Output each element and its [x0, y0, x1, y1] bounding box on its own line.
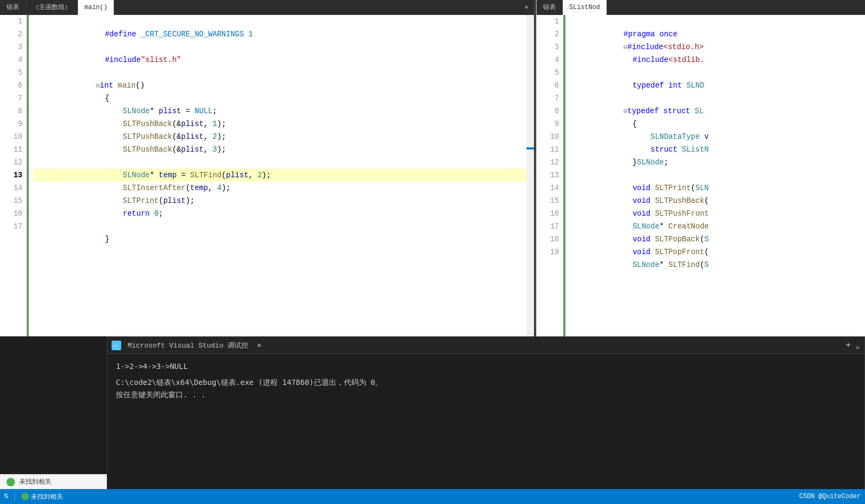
line-num-12: 12: [0, 156, 22, 169]
r-line-num-10: 10: [537, 130, 559, 143]
left-scrollbar[interactable]: [526, 15, 534, 336]
terminal-output-2: C:\code2\链表\x64\Debug\链表.exe (进程 147860)…: [116, 376, 856, 388]
r-line-num-19: 19: [537, 246, 559, 258]
right-code-content[interactable]: #pragma once ⊟#include<stdio.h> #include…: [565, 15, 865, 336]
terminal-icon: >_: [112, 341, 121, 350]
r-line-num-3: 3: [537, 41, 559, 53]
r-line-num-5: 5: [537, 66, 559, 79]
code-line-17: }: [33, 220, 526, 233]
editor-container: 链表 （主函数组） main() ▾ 1 2 3 4 5 6 7: [0, 0, 865, 336]
left-sidebar-bottom: [0, 336, 107, 489]
status-percent: %: [4, 493, 8, 500]
status-icon: [6, 478, 15, 486]
r-code-line-1: #pragma once: [570, 15, 865, 28]
r-line-num-15: 15: [537, 194, 559, 207]
line-num-13: 13: [0, 169, 22, 182]
tab-right-1[interactable]: 链表: [537, 0, 563, 15]
r-line-num-12: 12: [537, 156, 559, 169]
line-num-5: 5: [0, 66, 22, 79]
status-divider: [14, 493, 15, 500]
r-line-num-9: 9: [537, 117, 559, 130]
status-bar: % 未找到相关 CSDN @QuiteCoder: [0, 489, 865, 504]
terminal-tab-bar: >_ Microsoft Visual Studio 调试控 ✕ + ⌄: [107, 337, 864, 354]
line-num-8: 8: [0, 105, 22, 117]
r-line-num-4: 4: [537, 53, 559, 66]
line-num-7: 7: [0, 92, 22, 105]
right-code-area: 1 2 3 4 5 6 7 8 9 10 11 12 13 14 15 16 1: [537, 15, 865, 336]
status-indicator: 未找到相关: [21, 492, 63, 501]
r-line-num-11: 11: [537, 143, 559, 156]
line-numbers: 1 2 3 4 5 6 7 8 9 10 11 12 13 14 15 16 1: [0, 15, 27, 336]
line-num-14: 14: [0, 182, 22, 194]
line-num-10: 10: [0, 130, 22, 143]
tab-left-3[interactable]: main(): [78, 0, 114, 15]
r-line-num-14: 14: [537, 182, 559, 194]
terminal-actions: + ⌄: [846, 340, 860, 351]
r-line-num-2: 2: [537, 28, 559, 41]
terminal-close-button[interactable]: ✕: [255, 341, 263, 350]
r-line-num-1: 1: [537, 15, 559, 28]
tab-left-1[interactable]: 链表: [0, 0, 26, 15]
terminal-add-button[interactable]: +: [846, 341, 851, 350]
line-num-17: 17: [0, 220, 22, 233]
left-editor-pane: 链表 （主函数组） main() ▾ 1 2 3 4 5 6 7: [0, 0, 534, 336]
code-line-3: #include"slist.h": [33, 41, 526, 53]
line-num-1: 1: [0, 15, 22, 28]
terminal-output-1: 1->2->4->3->NULL: [116, 360, 856, 372]
pane-menu-button[interactable]: ▾: [519, 0, 534, 15]
svg-text:>_: >_: [114, 343, 120, 349]
r-line-num-18: 18: [537, 233, 559, 246]
r-line-num-6: 6: [537, 79, 559, 92]
line-num-11: 11: [0, 143, 22, 156]
tab-left-2[interactable]: （主函数组）: [26, 0, 78, 15]
left-code-area: 1 2 3 4 5 6 7 8 9 10 11 12 13 14 15 16 1: [0, 15, 534, 336]
code-line-5: ⊟int main(): [33, 66, 526, 79]
watermark: CSDN @QuiteCoder: [799, 493, 861, 500]
right-editor-pane: 链表 SListNod 1 2 3 4 5 6 7 8 9 10 11: [536, 0, 865, 336]
line-num-16: 16: [0, 207, 22, 220]
terminal-dropdown-button[interactable]: ⌄: [855, 340, 860, 351]
r-line-num-13: 13: [537, 169, 559, 182]
status-green-dot: [21, 493, 29, 500]
code-line-1: #define _CRT_SECURE_NO_WARNINGS 1: [33, 15, 526, 28]
right-tab-bar: 链表 SListNod: [537, 0, 865, 15]
r-line-num-16: 16: [537, 207, 559, 220]
line-num-2: 2: [0, 28, 22, 41]
terminal-tab-label: Microsoft Visual Studio 调试控: [123, 341, 253, 350]
line-num-15: 15: [0, 194, 22, 207]
status-right: CSDN @QuiteCoder: [799, 493, 861, 500]
terminal-output-3: 按任意键关闭此窗口. . .: [116, 389, 856, 400]
r-line-num-7: 7: [537, 92, 559, 105]
right-line-numbers: 1 2 3 4 5 6 7 8 9 10 11 12 13 14 15 16 1: [537, 15, 563, 336]
r-line-num-17: 17: [537, 220, 559, 233]
line-num-4: 4: [0, 53, 22, 66]
terminal-content: 1->2->4->3->NULL C:\code2\链表\x64\Debug\链…: [107, 354, 864, 503]
line-num-9: 9: [0, 117, 22, 130]
line-num-3: 3: [0, 41, 22, 53]
left-tab-bar: 链表 （主函数组） main() ▾: [0, 0, 534, 15]
status-text: 未找到相关: [19, 477, 51, 486]
code-line-12: SLNode* temp = SLTFind(plist, 2);: [33, 156, 526, 169]
code-content[interactable]: #define _CRT_SECURE_NO_WARNINGS 1 #inclu…: [29, 15, 526, 336]
terminal-window: >_ Microsoft Visual Studio 调试控 ✕ + ⌄ 1->…: [107, 336, 865, 504]
line-num-6: 6: [0, 79, 22, 92]
scrollbar-thumb: [526, 147, 534, 149]
status-main-text: 未找到相关: [31, 492, 63, 501]
r-line-num-8: 8: [537, 105, 559, 117]
tab-right-2[interactable]: SListNod: [563, 0, 607, 15]
